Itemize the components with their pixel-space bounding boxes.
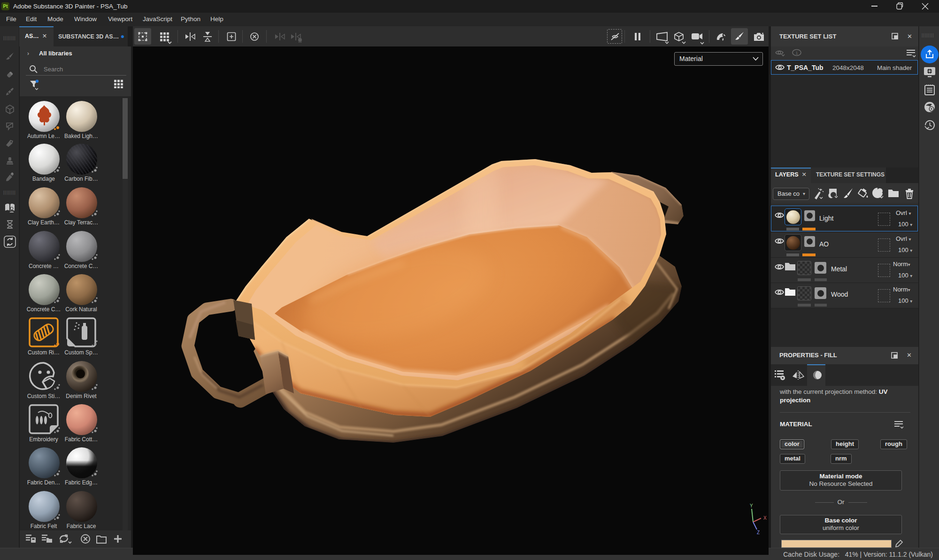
svg-text:1: 1	[795, 51, 798, 55]
svg-text:Z: Z	[757, 530, 760, 535]
svg-text:X: X	[763, 515, 767, 521]
svg-text:Y: Y	[750, 503, 753, 508]
